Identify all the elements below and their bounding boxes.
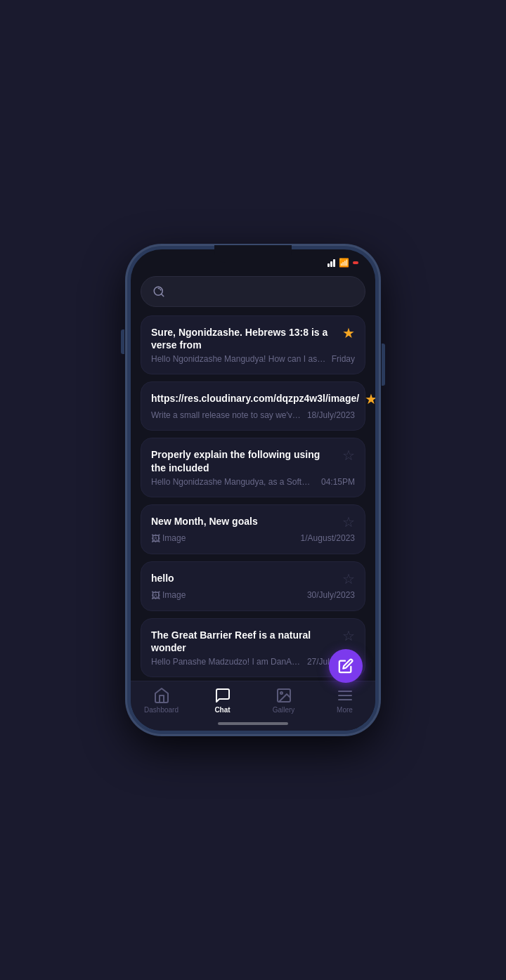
chat-title: Properly explain the following using the… (151, 448, 342, 473)
chat-preview: Hello Ngonidzashe Mangudya, as a Softwar… (151, 477, 321, 487)
search-bar[interactable] (141, 276, 365, 307)
nav-item-chat[interactable]: Chat (192, 687, 253, 714)
star-empty-icon[interactable]: ☆ (342, 570, 355, 587)
chat-card[interactable]: Properly explain the following using the… (141, 438, 365, 497)
phone-screen: 📶 Sure, Ngo (131, 249, 375, 731)
nav-label: Gallery (273, 706, 295, 714)
home-indicator (131, 717, 375, 731)
svg-point-2 (280, 692, 283, 694)
nav-item-dashboard[interactable]: Dashboard (131, 687, 192, 714)
chat-date: 1/August/2023 (301, 533, 355, 543)
chat-title: The Great Barrier Reef is a natural wond… (151, 629, 342, 654)
chat-preview: Write a small release note to say we've … (151, 410, 307, 420)
chat-date: 18/July/2023 (307, 410, 355, 420)
chat-card[interactable]: New Month, New goals ☆ 🖼 Image 1/August/… (141, 504, 365, 554)
bottom-nav: Dashboard Chat Gallery More (131, 681, 375, 717)
chat-preview: Hello Panashe Madzudzo! I am DanAi, a Zi… (151, 657, 307, 667)
chat-card[interactable]: Sure, Ngonidzashe. Hebrews 13:8 is a ver… (141, 315, 365, 374)
image-badge: 🖼 Image (151, 533, 186, 544)
status-icons: 📶 (327, 258, 358, 268)
image-badge: 🖼 Image (151, 590, 186, 601)
nav-label: Chat (214, 706, 230, 714)
chat-list: Sure, Ngonidzashe. Hebrews 13:8 is a ver… (141, 315, 365, 681)
chat-date: 04:15PM (321, 477, 355, 487)
chat-preview: Hello Ngonidzashe Mangudya! How can I as… (151, 354, 332, 364)
chat-title: New Month, New goals (151, 515, 342, 528)
more-icon (337, 687, 353, 704)
search-refresh-icon (153, 285, 165, 298)
nav-label: Dashboard (144, 706, 179, 714)
chat-card[interactable]: hello ☆ 🖼 Image 30/July/2023 (141, 561, 365, 611)
star-empty-icon[interactable]: ☆ (342, 514, 355, 530)
nav-item-more[interactable]: More (314, 687, 375, 714)
star-empty-icon[interactable]: ☆ (342, 627, 355, 644)
notch (214, 245, 292, 263)
chat-icon (214, 687, 231, 704)
signal-icon (327, 259, 335, 267)
chat-title: hello (151, 572, 342, 584)
dashboard-icon (153, 687, 170, 704)
star-empty-icon[interactable]: ☆ (342, 447, 355, 464)
phone-frame: 📶 Sure, Ngo (126, 245, 379, 735)
battery-icon (353, 261, 358, 264)
star-filled-icon[interactable]: ★ (342, 325, 355, 341)
screen-content[interactable]: Sure, Ngonidzashe. Hebrews 13:8 is a ver… (131, 270, 375, 681)
chat-card[interactable]: https://res.cloudinary.com/dqzpz4w3l/ima… (141, 381, 365, 431)
nav-item-gallery[interactable]: Gallery (253, 687, 314, 714)
chat-title: https://res.cloudinary.com/dqzpz4w3l/ima… (151, 392, 365, 405)
gallery-icon (275, 687, 292, 704)
home-bar (218, 722, 288, 725)
star-filled-icon[interactable]: ★ (365, 391, 375, 407)
wifi-icon: 📶 (339, 258, 349, 268)
chat-title: Sure, Ngonidzashe. Hebrews 13:8 is a ver… (151, 326, 342, 351)
chat-date: 30/July/2023 (307, 590, 355, 600)
nav-label: More (337, 706, 353, 714)
chat-date: Friday (332, 354, 355, 364)
compose-fab-button[interactable] (329, 649, 363, 683)
